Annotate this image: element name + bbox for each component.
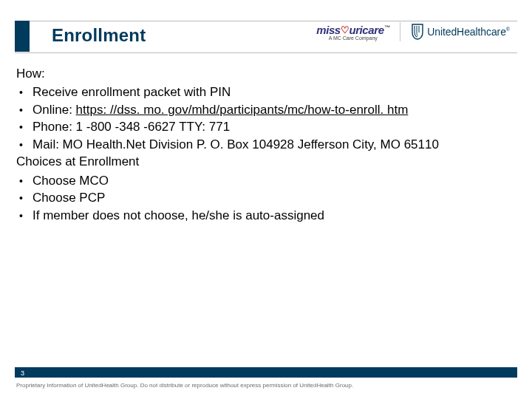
bullet-item: • Phone: 1 -800 -348 -6627 TTY: 771 — [16, 118, 516, 135]
footer-disclaimer: Proprietary Information of UnitedHealth … — [16, 382, 353, 389]
enroll-url-link[interactable]: https: //dss. mo. gov/mhd/participants/m… — [76, 103, 409, 117]
bullet-icon: • — [16, 207, 33, 224]
bullet-text: Choose MCO — [33, 172, 109, 189]
mc-part-2: uricare — [349, 24, 383, 36]
bullet-icon: • — [16, 172, 33, 189]
logo-separator — [400, 22, 400, 41]
bullet-icon: • — [16, 136, 33, 153]
mc-subtitle: A MC Care Company — [329, 35, 378, 41]
missouricare-wordmark: miss♡uricare™ — [316, 24, 389, 36]
section-heading: How: — [16, 65, 516, 82]
bullet-icon: • — [16, 118, 33, 135]
slide-body: How: • Receive enrollment packet with PI… — [16, 65, 516, 224]
bullet-item: • Choose MCO — [16, 172, 516, 189]
bullet-item: • If member does not choose, he/she is a… — [16, 207, 516, 224]
uhc-shield-icon — [411, 24, 424, 40]
slide: Enrollment miss♡uricare™ A MC Care Compa… — [0, 0, 532, 399]
page-title: Enrollment — [52, 25, 146, 46]
mc-part-1: miss — [316, 24, 341, 36]
title-rule-bottom — [15, 52, 517, 53]
bullet-text: Receive enrollment packet with PIN — [33, 83, 231, 100]
bullet-icon: • — [16, 189, 33, 206]
bullet-text: Online: https: //dss. mo. gov/mhd/partic… — [33, 101, 408, 118]
missouricare-logo: miss♡uricare™ A MC Care Company — [316, 24, 389, 41]
bullet-text: Phone: 1 -800 -348 -6627 TTY: 771 — [33, 118, 230, 135]
title-rule-top — [15, 21, 517, 21]
heart-icon: ♡ — [341, 24, 349, 35]
bullet-icon: • — [16, 83, 33, 100]
bullet-icon: • — [16, 101, 33, 118]
unitedhealthcare-logo: UnitedHealthcare® — [411, 24, 510, 40]
section-heading: Choices at Enrollment — [16, 153, 516, 170]
logo-group: miss♡uricare™ A MC Care Company UnitedHe… — [316, 22, 510, 41]
bullet-item: • Online: https: //dss. mo. gov/mhd/part… — [16, 101, 516, 118]
bullet-item: • Choose PCP — [16, 189, 516, 206]
title-accent — [15, 21, 30, 52]
uhc-wordmark: UnitedHealthcare® — [427, 25, 510, 38]
bullet-text: If member does not choose, he/she is aut… — [33, 207, 324, 224]
bullet-item: • Mail: MO Health.Net Division P. O. Box… — [16, 136, 516, 153]
page-number: 3 — [21, 369, 24, 377]
bullet-text: Choose PCP — [33, 189, 105, 206]
footer-bar — [15, 367, 517, 378]
bullet-item: • Receive enrollment packet with PIN — [16, 83, 516, 100]
bullet-text: Mail: MO Health.Net Division P. O. Box 1… — [33, 136, 439, 153]
mc-tm: ™ — [384, 24, 390, 31]
